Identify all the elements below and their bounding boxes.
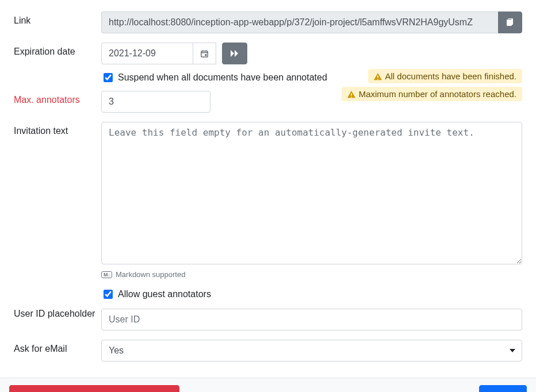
warning-max-reached: Maximum number of annotators reached. [342,87,522,101]
allow-guest-checkbox[interactable] [104,290,113,299]
markdown-badge-icon: M↓ [101,271,112,278]
markdown-hint: M↓ Markdown supported [101,270,522,279]
max-annotators-label: Max. annotators [14,91,101,105]
save-button[interactable]: Save [479,385,527,392]
invitation-label: Invitation text [14,122,101,136]
svg-rect-4 [205,54,206,56]
calendar-button[interactable] [193,43,216,64]
link-label: Link [14,11,101,26]
svg-rect-0 [201,51,208,56]
warning-all-finished: All documents have been finished. [368,69,522,83]
markdown-hint-text: Markdown supported [116,270,185,279]
fast-forward-icon [230,49,239,57]
allow-guest-label[interactable]: Allow guest annotators [118,289,211,299]
fast-forward-button[interactable] [222,43,247,64]
warning-text: All documents have been finished. [385,71,516,81]
disable-link-label: Disable joining the project via a link [28,389,172,392]
warning-icon [347,90,355,98]
copy-icon [506,18,515,27]
invitation-textarea[interactable] [101,122,522,264]
user-id-placeholder-label: User ID placeholder [14,309,101,319]
save-label: Save [499,389,519,392]
disable-link-button[interactable]: Disable joining the project via a link [9,385,179,392]
suspend-checkbox[interactable] [104,73,113,82]
warning-icon [374,72,382,80]
expiration-label: Expiration date [14,43,101,57]
max-annotators-input[interactable] [101,91,210,113]
warning-text: Maximum number of annotators reached. [359,89,516,99]
calendar-icon [200,49,209,58]
ask-email-select[interactable]: Yes [101,340,522,362]
suspend-label[interactable]: Suspend when all documents have been ann… [118,72,327,83]
copy-link-button[interactable] [498,11,522,33]
link-input[interactable] [101,11,498,33]
expiration-input[interactable] [101,43,193,64]
ask-email-label: Ask for eMail [14,340,101,354]
user-id-placeholder-input[interactable] [101,309,522,330]
